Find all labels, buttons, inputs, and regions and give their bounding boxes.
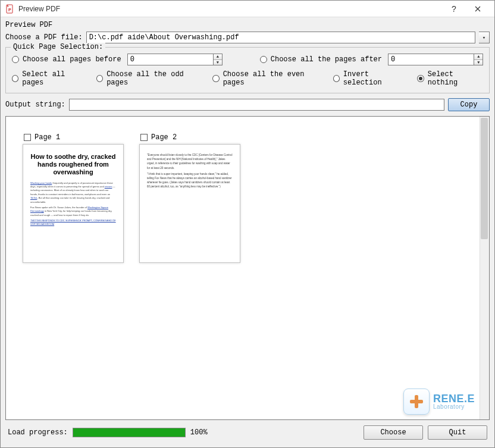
radio-odd-label: Choose all the odd pages	[106, 70, 202, 87]
output-row: Output string: Copy	[5, 98, 490, 111]
radio-before[interactable]: Choose all pages before	[12, 55, 121, 64]
logo-icon	[403, 389, 430, 415]
page-2-label: Page 2	[151, 133, 177, 142]
page-2-preview[interactable]: "Everyone should listen closely to the C…	[139, 144, 240, 263]
file-row: Choose a PDF file: ▾	[5, 32, 490, 43]
radio-invert-label: Invert selection	[343, 70, 407, 87]
spinner-before-down[interactable]: ▼	[214, 60, 222, 65]
progress-label: Load progress:	[8, 428, 68, 437]
titlebar: P Preview PDF ?	[1, 1, 494, 17]
radio-even[interactable]: Choose all the even pages	[212, 70, 322, 87]
progress-fill	[73, 428, 185, 437]
footer: Load progress: 100% Choose Quit	[5, 422, 490, 443]
page-1-headline: How to soothe dry, cracked hands roughen…	[30, 153, 116, 177]
logo-sub: Laboratory	[433, 404, 475, 410]
file-path-input[interactable]	[86, 32, 475, 43]
radio-invert[interactable]: Invert selection	[333, 70, 407, 87]
radio-nothing-label: Select nothing	[428, 70, 483, 87]
page-thumb-1: Page 1 How to soothe dry, cracked hands …	[23, 133, 124, 263]
radio-after-label: Choose all the pages after	[271, 55, 382, 64]
help-button[interactable]: ?	[442, 1, 466, 17]
progress-bar	[73, 428, 186, 437]
spinner-after-input[interactable]	[389, 54, 474, 65]
progress-pct: 100%	[190, 428, 208, 437]
page-1-checkbox[interactable]	[24, 134, 31, 141]
spinner-before-up[interactable]: ▲	[214, 54, 222, 60]
spinner-before[interactable]: ▲▼	[127, 54, 223, 65]
choose-button[interactable]: Choose	[364, 425, 423, 440]
spinner-after-up[interactable]: ▲	[474, 54, 483, 60]
page-2-checkbox[interactable]	[140, 134, 148, 141]
client-area: Preview PDF Choose a PDF file: ▾ Quick P…	[1, 17, 494, 447]
vertical-scrollbar[interactable]	[480, 117, 489, 419]
radio-odd[interactable]: Choose all the odd pages	[96, 70, 202, 87]
radio-after[interactable]: Choose all the pages after	[260, 55, 382, 64]
radio-before-label: Choose all pages before	[23, 55, 121, 64]
qps-legend: Quick Page Selection:	[11, 43, 105, 51]
radio-select-all-label: Select all pages	[22, 70, 86, 87]
spinner-after[interactable]: ▲▼	[388, 54, 483, 65]
spinner-before-input[interactable]	[128, 54, 213, 65]
spinner-after-down[interactable]: ▼	[474, 60, 483, 65]
radio-even-label: Choose all the even pages	[223, 70, 322, 87]
preview-area: Page 1 How to soothe dry, cracked hands …	[5, 116, 490, 420]
window: P Preview PDF ? Preview PDF Choose a PDF…	[0, 0, 495, 448]
close-button[interactable]	[466, 1, 490, 17]
radio-select-all[interactable]: Select all pages	[12, 70, 86, 87]
page-thumb-2: Page 2 "Everyone should listen closely t…	[139, 133, 240, 263]
app-icon: P	[5, 4, 15, 14]
svg-text:P: P	[8, 8, 11, 12]
file-label: Choose a PDF file:	[5, 33, 83, 42]
logo-name: RENE.E	[433, 393, 475, 404]
radio-nothing[interactable]: Select nothing	[417, 70, 483, 87]
output-label: Output string:	[5, 101, 65, 109]
window-title: Preview PDF	[18, 5, 442, 13]
copy-button[interactable]: Copy	[448, 98, 490, 111]
quit-button[interactable]: Quit	[428, 425, 487, 440]
output-input[interactable]	[69, 99, 444, 111]
preview-label: Preview PDF	[5, 21, 490, 29]
file-dropdown-button[interactable]: ▾	[479, 32, 490, 43]
branding: RENE.E Laboratory	[403, 389, 475, 415]
page-1-label: Page 1	[35, 133, 60, 142]
page-1-preview[interactable]: How to soothe dry, cracked hands roughen…	[23, 144, 124, 263]
scrollbar-thumb[interactable]	[481, 118, 488, 239]
quick-page-selection: Quick Page Selection: Choose all pages b…	[5, 47, 490, 93]
